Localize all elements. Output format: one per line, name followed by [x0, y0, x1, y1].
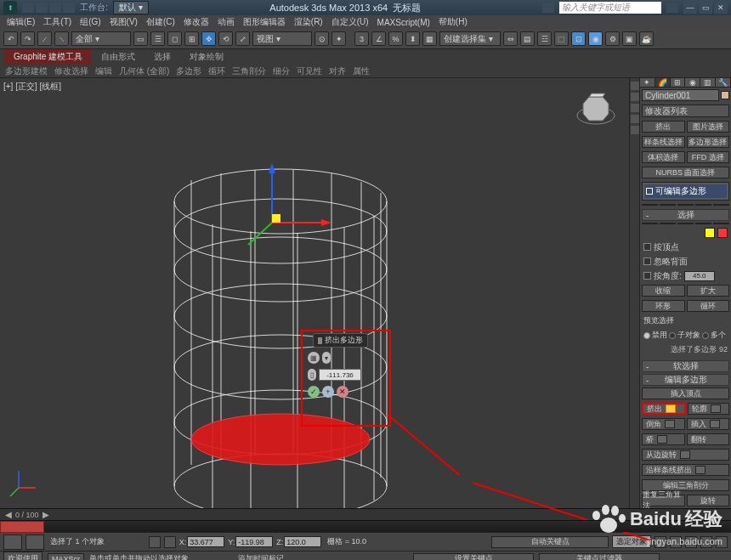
bottom-tab-welcome[interactable]: 欢迎使用: [3, 552, 42, 560]
stack-tool-icon[interactable]: [713, 204, 729, 206]
rollout-editpoly[interactable]: 编辑多边形: [642, 374, 729, 386]
ribbon-tab-selection[interactable]: 选择: [145, 49, 179, 65]
settings-icon[interactable]: [657, 435, 667, 444]
cp-tab-motion[interactable]: ◉: [685, 78, 700, 87]
qat-btn[interactable]: [63, 3, 75, 13]
coord-x-input[interactable]: [187, 536, 224, 547]
nav-zoom-icon[interactable]: [699, 553, 711, 561]
settings-icon[interactable]: [695, 466, 706, 474]
btn-grow[interactable]: 扩大: [687, 285, 730, 297]
btn-inset[interactable]: 插入: [687, 418, 730, 430]
status-icon[interactable]: [3, 535, 22, 550]
ribbon-sub-item[interactable]: 循环: [208, 65, 225, 77]
btn-extrude[interactable]: 挤出: [642, 403, 686, 415]
menu-customize[interactable]: 自定义(U): [328, 16, 372, 28]
object-name-field[interactable]: Cylinder001: [642, 89, 719, 101]
vp-tool-icon[interactable]: [631, 115, 639, 123]
btn-loop[interactable]: 循环: [687, 300, 730, 312]
help-btn[interactable]: [666, 3, 678, 13]
spinner-snap-icon[interactable]: ⬍: [405, 31, 420, 46]
ribbon-sub-item[interactable]: 可见性: [297, 65, 322, 77]
redo-icon[interactable]: ↷: [20, 31, 35, 46]
modifier-list-dropdown[interactable]: 修改器列表: [642, 105, 729, 117]
scale-icon[interactable]: ⤢: [235, 31, 250, 46]
sel-btn-meshsel[interactable]: 图片选择: [687, 121, 730, 133]
rollout-softsel[interactable]: 软选择: [642, 360, 729, 372]
align-icon[interactable]: ▤: [520, 31, 535, 46]
layers-icon[interactable]: ☲: [537, 31, 552, 46]
coord-z-input[interactable]: [284, 536, 321, 547]
btn-insert-vertex[interactable]: 插入顶点: [642, 387, 729, 399]
settings-icon[interactable]: [711, 404, 721, 413]
ribbon-sub-item[interactable]: 多边形: [176, 65, 201, 77]
link-icon[interactable]: ⟋: [37, 31, 52, 46]
coord-mode-icon[interactable]: [164, 536, 176, 548]
qat-btn[interactable]: [22, 3, 34, 13]
menu-create[interactable]: 创建(C): [143, 16, 178, 28]
viewport[interactable]: [+] [正交] [线框]: [0, 78, 629, 508]
unlink-icon[interactable]: ⟍: [54, 31, 69, 46]
stack-item-epoly[interactable]: 可编辑多边形: [644, 184, 727, 198]
material-icon[interactable]: ◉: [588, 31, 603, 46]
chk-ignoreback[interactable]: [643, 257, 651, 265]
extrude-settings-icon[interactable]: [666, 404, 676, 413]
menu-tools[interactable]: 工具(T): [40, 16, 75, 28]
nav-orbit-icon[interactable]: [682, 553, 694, 561]
render-setup-icon[interactable]: ⚙: [605, 31, 620, 46]
cp-tab-utilities[interactable]: 🔧: [716, 78, 731, 87]
undo-icon[interactable]: ↶: [3, 31, 18, 46]
angle-spinner[interactable]: 45.0: [684, 271, 715, 281]
menu-modifiers[interactable]: 修改器: [180, 16, 212, 28]
subobj-border-icon[interactable]: [677, 223, 694, 224]
close-button[interactable]: ✕: [714, 2, 728, 14]
sel-btn-nurbs[interactable]: NURBS 曲面选择: [642, 167, 729, 178]
cp-tab-create[interactable]: ✦: [640, 78, 655, 87]
select-icon[interactable]: ▭: [133, 31, 148, 46]
keyfilter-button[interactable]: 关键点过滤器: [539, 553, 660, 561]
nav-pan-icon[interactable]: [665, 553, 677, 561]
menu-help[interactable]: 帮助(H): [435, 16, 471, 28]
btn-hinge[interactable]: 从边旋转: [642, 449, 729, 461]
ribbon-sub-item[interactable]: 修改选择: [54, 65, 88, 77]
settings-icon[interactable]: [680, 450, 690, 459]
info-btn[interactable]: [542, 3, 554, 13]
manip-icon[interactable]: ✦: [332, 31, 346, 46]
caddy-cancel-button[interactable]: ✕: [337, 386, 348, 398]
settings-icon[interactable]: [665, 420, 675, 428]
app-icon[interactable]: ⬆: [3, 1, 17, 14]
radio-subobj[interactable]: [669, 332, 676, 339]
menu-rendering[interactable]: 渲染(R): [291, 16, 326, 28]
caddy-type-button[interactable]: ▦: [308, 352, 320, 364]
menu-group[interactable]: 组(G): [76, 16, 104, 28]
menu-edit[interactable]: 编辑(E): [3, 16, 38, 28]
btn-flip[interactable]: 翻转: [687, 433, 730, 445]
stack-tool-icon[interactable]: [677, 204, 694, 206]
time-slider[interactable]: [0, 521, 44, 533]
timetag-label[interactable]: 添加时间标记: [238, 553, 284, 560]
ribbon-sub-item[interactable]: 对齐: [329, 65, 346, 77]
radio-multi[interactable]: [702, 332, 709, 339]
cp-tab-modify[interactable]: 🌈: [655, 78, 671, 87]
qat-btn[interactable]: [49, 3, 61, 13]
status-icon[interactable]: [26, 535, 44, 550]
sel-btn-volsel[interactable]: 体积选择: [642, 151, 685, 163]
ribbon-sub-item[interactable]: 三角剖分: [232, 65, 266, 77]
stack-tool-icon[interactable]: [695, 204, 711, 206]
settings-icon[interactable]: [710, 420, 720, 428]
ribbon-sub-item[interactable]: 多边形建模: [5, 65, 48, 77]
subobj-element-icon[interactable]: [713, 223, 729, 224]
curve-editor-icon[interactable]: ⬚: [554, 31, 569, 46]
caddy-type-dropdown[interactable]: ▾: [322, 352, 331, 364]
select-name-icon[interactable]: ☰: [150, 31, 165, 46]
render-icon[interactable]: ☕: [639, 31, 654, 46]
mirror-icon[interactable]: ⇔: [503, 31, 518, 46]
caddy-height-spinner[interactable]: -111.736: [319, 369, 361, 381]
subobj-edge-icon[interactable]: [660, 223, 676, 224]
workspace-dropdown[interactable]: 默认 ▾: [113, 1, 149, 14]
rect-select-icon[interactable]: ◻: [167, 31, 182, 46]
lock-icon[interactable]: [149, 536, 161, 548]
sel-color-swatch[interactable]: [717, 228, 728, 238]
selection-filter-dropdown[interactable]: 全部 ▾: [71, 31, 131, 46]
modifier-stack[interactable]: 可编辑多边形: [642, 182, 729, 201]
ref-coord-dropdown[interactable]: 视图 ▾: [252, 31, 312, 46]
